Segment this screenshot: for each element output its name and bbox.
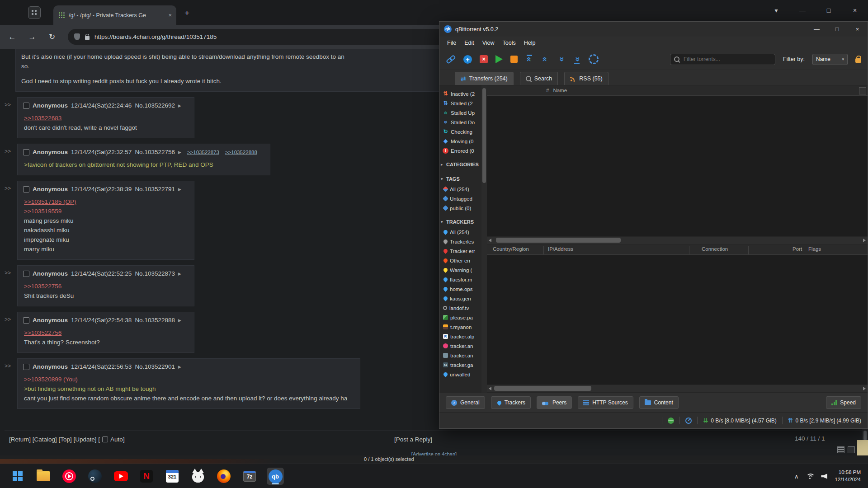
reload-button[interactable]: ↻ [44, 29, 60, 45]
backlink[interactable]: >>103522873 [187, 150, 219, 155]
quotelink[interactable]: >>103522756 [24, 282, 181, 291]
menu-help[interactable]: Help [520, 40, 540, 46]
steam-button[interactable] [86, 468, 104, 485]
filter-checking[interactable]: ↻Checking [439, 127, 481, 136]
add-torrent-link-icon[interactable] [444, 53, 457, 66]
post-number[interactable]: No.103522756 [135, 149, 175, 155]
tracker-trackerless[interactable]: Trackerles [439, 237, 481, 246]
menu-edit[interactable]: Edit [460, 40, 478, 46]
resume-icon[interactable] [495, 55, 503, 63]
tracker-unwalled[interactable]: unwalled [439, 370, 481, 379]
qb-close-button[interactable]: × [847, 22, 868, 37]
tab-content[interactable]: Content [639, 396, 679, 409]
filter-stalled[interactable]: ⇅Stalled (2 [439, 99, 481, 108]
tracker-other-error[interactable]: Other err [439, 256, 481, 265]
post-menu-arrow-icon[interactable]: ▶ [178, 318, 181, 323]
calendar-button[interactable]: 321 [164, 468, 181, 485]
column-config-icon[interactable] [859, 87, 866, 94]
mascot-app-button[interactable] [189, 468, 207, 485]
backlink[interactable]: >>103522888 [225, 150, 257, 155]
increase-priority-icon[interactable]: « [541, 55, 549, 64]
firefox-button[interactable] [215, 468, 232, 485]
qb-maximize-button[interactable]: □ [827, 22, 847, 37]
options-gear-icon[interactable] [589, 54, 599, 64]
torrent-list-header[interactable]: # Name [487, 85, 868, 96]
filter-errored[interactable]: !Errored (0 [439, 146, 481, 155]
scroll-right-icon[interactable] [863, 239, 866, 242]
column-name[interactable]: Name [553, 88, 567, 93]
add-torrent-file-icon[interactable]: + [463, 55, 472, 64]
trackers-header[interactable]: ▾TRACKERS [439, 216, 481, 227]
qb-minimize-button[interactable]: — [807, 22, 827, 37]
url-text[interactable]: https://boards.4chan.org/g/thread/103517… [94, 33, 217, 40]
qbittorrent-title-bar[interactable]: qb qBittorrent v5.0.2 — □ × [439, 22, 868, 37]
clock[interactable]: 10:58 PM 12/14/2024 [835, 469, 861, 483]
filter-inactive[interactable]: ⇅Inactive (2 [439, 89, 481, 99]
tag-untagged[interactable]: Untagged [439, 194, 481, 203]
tab-general[interactable]: iGeneral [446, 396, 485, 409]
tracker-flacsfor[interactable]: flacsfor.m [439, 275, 481, 284]
filter-stalled-downloading[interactable]: «Stalled Do [439, 117, 481, 127]
tab-close-icon[interactable]: × [168, 12, 172, 19]
tag-public[interactable]: public (0) [439, 203, 481, 213]
filter-moving[interactable]: ◆Moving (0 [439, 136, 481, 146]
quotelink[interactable]: >>103522756 [24, 328, 181, 338]
peers-list-area[interactable] [487, 255, 868, 385]
sidebar-scrollbar[interactable] [481, 85, 487, 393]
tracker-an-2[interactable]: tracker.an [439, 351, 481, 360]
quotelink[interactable]: >>103522683 [24, 113, 181, 123]
post-checkbox[interactable] [23, 186, 29, 192]
menu-file[interactable]: File [443, 40, 460, 46]
file-explorer-button[interactable] [35, 468, 52, 485]
tracker-an-1[interactable]: tracker.an [439, 341, 481, 351]
post-menu-arrow-icon[interactable]: ▶ [178, 103, 181, 108]
details-view-icon[interactable] [837, 446, 844, 453]
column-flags[interactable]: Flags [808, 246, 821, 252]
tab-search-chevron-icon[interactable]: ▾ [763, 7, 789, 14]
post-a-reply-link[interactable]: [Post a Reply] [394, 436, 432, 443]
post-menu-arrow-icon[interactable]: ▶ [178, 150, 181, 155]
delete-torrent-icon[interactable]: × [480, 55, 488, 63]
tab-transfers[interactable]: ⇄ Transfers (254) [455, 72, 514, 85]
sevenzip-button[interactable]: 7z [241, 468, 258, 485]
browser-close-button[interactable]: × [842, 7, 868, 14]
tab-speed[interactable]: Speed [826, 396, 861, 409]
forward-button[interactable]: → [24, 29, 40, 45]
quotelink[interactable]: >>103517185 (OP) [24, 197, 181, 206]
torrent-list-hscrollbar[interactable] [487, 236, 868, 244]
post-checkbox[interactable] [23, 149, 29, 155]
tracker-warning[interactable]: Warning ( [439, 265, 481, 275]
post-number[interactable]: No.103522888 [135, 317, 175, 324]
browser-minimize-button[interactable]: — [789, 7, 816, 14]
browser-tab[interactable]: /g/ - /ptg/ - Private Trackers Ge × [53, 5, 176, 25]
torrent-list-area[interactable] [487, 96, 868, 236]
peers-table-header[interactable]: Country/Region IP/Address Connection Por… [487, 244, 868, 255]
scrollbar-thumb[interactable] [496, 238, 621, 243]
post-number[interactable]: No.103522873 [135, 270, 175, 277]
tag-all[interactable]: All (254) [439, 184, 481, 194]
post-number[interactable]: No.103522901 [135, 363, 175, 370]
scrollbar-thumb[interactable] [494, 386, 591, 391]
wifi-icon[interactable] [806, 474, 814, 479]
post-number[interactable]: No.103522791 [135, 186, 175, 192]
tracker-t-myanon[interactable]: t.myanon [439, 322, 481, 332]
top-priority-icon[interactable]: « [525, 55, 533, 64]
tracker-error[interactable]: Tracker err [439, 246, 481, 256]
tracker-alpharatio[interactable]: Rtracker.alp [439, 332, 481, 341]
new-tab-button[interactable]: + [184, 8, 189, 18]
decrease-priority-icon[interactable]: « [557, 55, 565, 64]
scroll-left-icon[interactable] [489, 239, 491, 242]
tracker-kaos-gen[interactable]: kaos.gen [439, 294, 481, 303]
tracker-landof-tv[interactable]: landof.tv [439, 303, 481, 313]
peers-hscrollbar[interactable] [487, 385, 868, 393]
tags-header[interactable]: ▾TAGS [439, 174, 481, 184]
tracker-home-ops[interactable]: home.ops [439, 284, 481, 294]
tab-trackers[interactable]: Trackers [491, 396, 531, 409]
thumbnail-view-icon[interactable] [848, 446, 855, 453]
tracker-all[interactable]: All (254) [439, 227, 481, 237]
auto-update-checkbox[interactable] [102, 436, 108, 442]
stop-icon[interactable] [510, 56, 518, 63]
footer-nav-links[interactable]: [Return] [Catalog] [Top] [Update] [ [9, 436, 100, 443]
qbittorrent-taskbar-button[interactable]: qb [267, 468, 284, 485]
youtube-music-button[interactable] [61, 468, 78, 485]
